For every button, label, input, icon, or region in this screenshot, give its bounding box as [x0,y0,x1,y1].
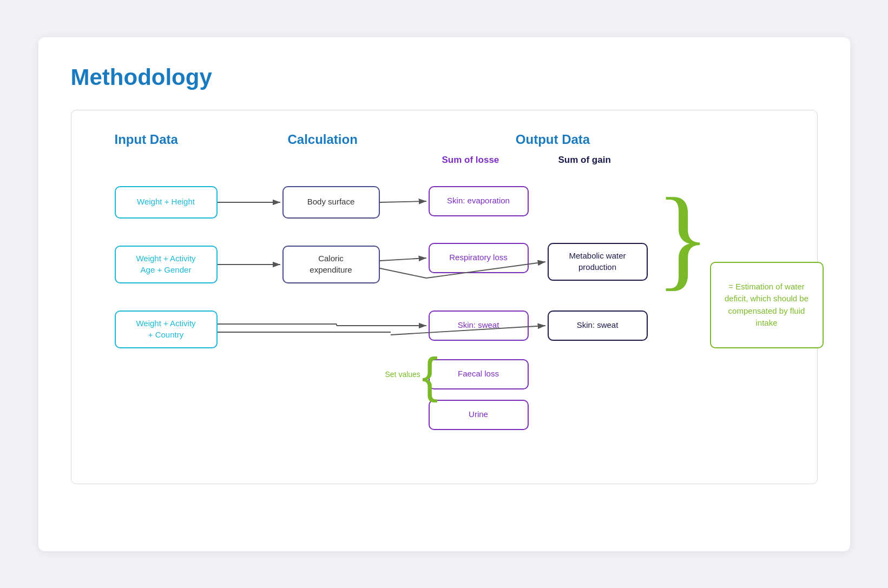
header-calculation: Calculation [288,132,358,147]
page-title: Methodology [71,64,818,90]
output-brace: } [656,181,711,294]
input-box-3: Weight + Activity+ Country [115,310,218,348]
calc-box-1: Body surface [282,186,380,219]
subheader-losses: Sum of losse [442,155,499,166]
result-box: = Estimation of water deficit, which sho… [710,262,824,348]
calc-box-2: Caloricexpenditure [282,246,380,283]
loss-box-5: Urine [429,400,529,430]
svg-line-3 [380,201,426,202]
diagram-container: Input Data Calculation Output Data Sum o… [71,110,818,484]
loss-box-2: Respiratory loss [429,243,529,273]
loss-box-1: Skin: evaporation [429,186,529,216]
header-output: Output Data [466,132,640,147]
header-input: Input Data [115,132,178,147]
subheader-gains: Sum of gain [558,155,611,166]
set-values-label: Set values [385,370,420,379]
loss-box-4: Faecal loss [429,359,529,389]
input-box-1: Weight + Height [115,186,218,219]
loss-box-3: Skin: sweat [429,310,529,341]
set-values-brace: { [422,351,438,400]
diagram-inner: Input Data Calculation Output Data Sum o… [98,132,834,457]
input-box-2: Weight + ActivityAge + Gender [115,246,218,283]
gain-box-2: Skin: sweat [548,310,648,341]
gain-box-1: Metabolic waterproduction [548,243,648,281]
svg-line-5 [380,258,426,261]
page: Methodology Input Data Calculation Outpu… [38,37,850,551]
svg-line-6 [380,268,426,278]
